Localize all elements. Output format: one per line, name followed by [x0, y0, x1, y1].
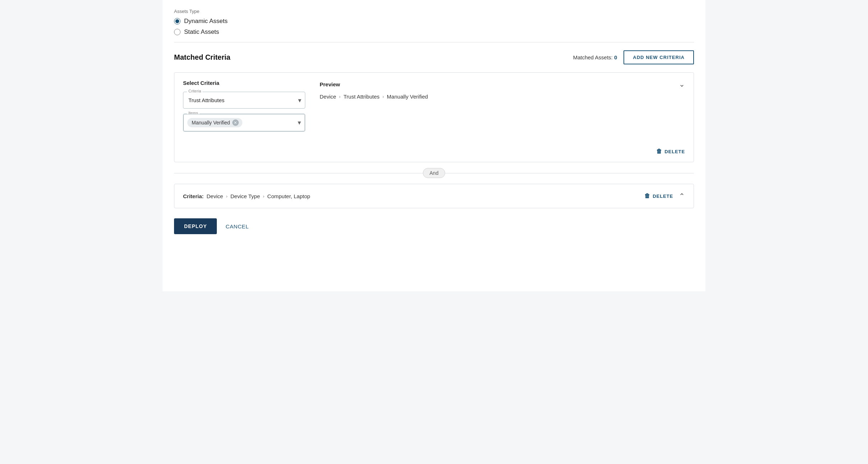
- criteria-card-footer: 🗑 DELETE: [183, 142, 685, 156]
- assets-type-radio-group: Dynamic Assets Static Assets: [174, 18, 694, 36]
- criteria-card-2: Criteria: Device › Device Type › Compute…: [174, 184, 694, 208]
- assets-type-label: Assets Type: [174, 9, 694, 14]
- criteria-field-group: Criteria Trust Attributes ▾: [183, 92, 305, 109]
- select-criteria-section: Select Criteria Criteria Trust Attribute…: [183, 80, 305, 137]
- criteria-field-wrapper: Criteria Trust Attributes ▾: [183, 92, 305, 109]
- preview-path-trust-attributes: Trust Attributes: [343, 94, 379, 100]
- trash-icon-1: 🗑: [656, 148, 662, 155]
- criteria-path-device: Device: [207, 193, 223, 199]
- static-assets-label: Static Assets: [184, 28, 219, 36]
- chip-label: Manually Verified: [192, 120, 230, 126]
- chip-remove-button[interactable]: ✕: [232, 119, 239, 126]
- preview-arrow-2: ›: [383, 94, 384, 99]
- dynamic-assets-radio[interactable]: [174, 18, 181, 24]
- bottom-actions: DEPLOY CANCEL: [174, 218, 694, 234]
- and-badge: And: [423, 168, 446, 178]
- preview-arrow-1: ›: [339, 94, 341, 99]
- preview-title: Preview: [320, 81, 340, 87]
- criteria-path-computer-laptop: Computer, Laptop: [267, 193, 310, 199]
- criteria-summary-text: Criteria: Device › Device Type › Compute…: [183, 193, 310, 199]
- criteria-path-device-type: Device Type: [230, 193, 260, 199]
- select-criteria-title: Select Criteria: [183, 80, 305, 86]
- matched-assets-count: 0: [614, 54, 617, 60]
- cancel-button[interactable]: CANCEL: [225, 223, 248, 229]
- items-field[interactable]: Manually Verified ✕ ▾: [183, 114, 305, 131]
- matched-assets-area: Matched Assets: 0 ADD NEW CRITERIA: [573, 50, 694, 64]
- summary-arrow-2: ›: [263, 194, 264, 199]
- section-divider: [174, 42, 694, 42]
- items-field-group: Items Manually Verified ✕ ▾: [183, 114, 305, 132]
- items-field-wrapper: Items Manually Verified ✕ ▾: [183, 114, 305, 132]
- preview-collapse-icon[interactable]: ⌄: [679, 80, 685, 88]
- delete-criteria-1-button[interactable]: 🗑 DELETE: [656, 147, 685, 156]
- matched-criteria-header: Matched Criteria Matched Assets: 0 ADD N…: [174, 50, 694, 64]
- add-new-criteria-button[interactable]: ADD NEW CRITERIA: [623, 50, 694, 64]
- manually-verified-chip: Manually Verified ✕: [187, 118, 242, 127]
- preview-path: Device › Trust Attributes › Manually Ver…: [320, 94, 685, 100]
- trash-icon-2: 🗑: [644, 193, 650, 199]
- static-assets-radio[interactable]: [174, 29, 181, 35]
- deploy-button[interactable]: DEPLOY: [174, 218, 217, 234]
- criteria-field-label: Criteria: [187, 89, 202, 93]
- dynamic-assets-radio-item[interactable]: Dynamic Assets: [174, 18, 694, 25]
- dynamic-assets-label: Dynamic Assets: [184, 18, 228, 25]
- items-dropdown-icon: ▾: [298, 119, 301, 127]
- matched-criteria-title: Matched Criteria: [174, 53, 230, 62]
- preview-header: Preview ⌄: [320, 80, 685, 88]
- criteria-select[interactable]: Trust Attributes: [183, 92, 305, 108]
- summary-arrow-1: ›: [226, 194, 227, 199]
- preview-path-manually-verified: Manually Verified: [387, 94, 428, 100]
- static-assets-radio-item[interactable]: Static Assets: [174, 28, 694, 36]
- expand-icon-2[interactable]: ⌃: [679, 192, 685, 200]
- and-divider: And: [174, 168, 694, 178]
- criteria-summary-actions: 🗑 DELETE ⌃: [644, 191, 685, 201]
- preview-section: Preview ⌄ Device › Trust Attributes › Ma…: [320, 80, 685, 100]
- preview-path-device: Device: [320, 94, 336, 100]
- criteria-summary-label: Criteria:: [183, 193, 204, 199]
- criteria-card-inner: Select Criteria Criteria Trust Attribute…: [183, 80, 685, 137]
- criteria-card-1: Select Criteria Criteria Trust Attribute…: [174, 72, 694, 162]
- page-container: Assets Type Dynamic Assets Static Assets…: [163, 0, 705, 291]
- matched-assets-text: Matched Assets: 0: [573, 54, 617, 60]
- delete-criteria-2-button[interactable]: 🗑 DELETE: [644, 191, 673, 201]
